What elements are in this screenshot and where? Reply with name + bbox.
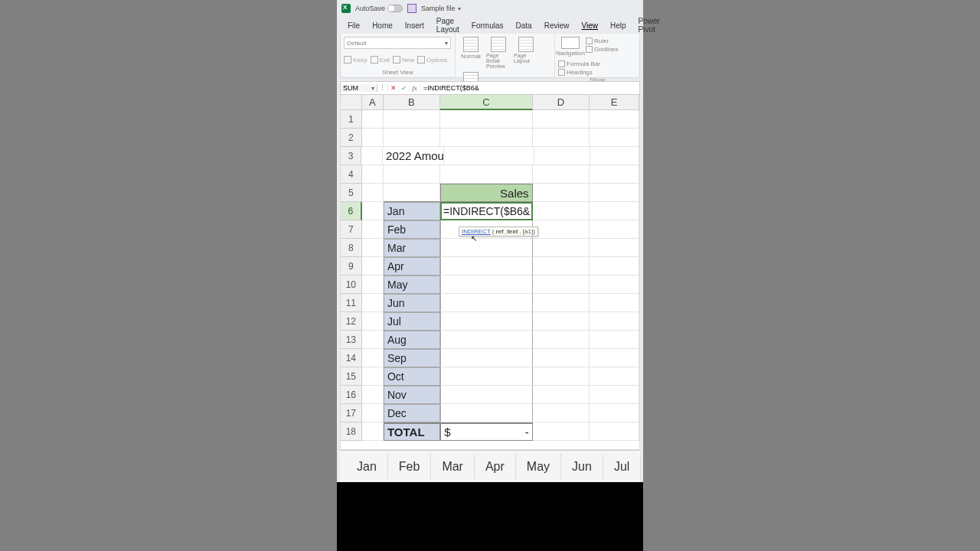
row-header[interactable]: 8 [341, 239, 362, 257]
cell-D9[interactable] [533, 257, 590, 276]
cell-D4[interactable] [533, 165, 590, 184]
fx-icon[interactable]: fx [410, 84, 420, 92]
cell-B1[interactable] [384, 110, 440, 129]
col-header-b[interactable]: B [384, 95, 440, 110]
col-header-d[interactable]: D [533, 95, 590, 110]
cell-C14[interactable] [440, 349, 532, 367]
new-button[interactable]: New [393, 51, 414, 69]
autosave-switch[interactable] [387, 5, 403, 12]
gridlines-checkbox[interactable]: Gridlines [586, 46, 619, 53]
cell-C9[interactable] [440, 257, 532, 276]
cell-A11[interactable] [362, 294, 384, 312]
row-header[interactable]: 4 [341, 165, 362, 184]
cell-A12[interactable] [362, 312, 384, 331]
cell-E8[interactable] [590, 239, 639, 257]
cell-E9[interactable] [590, 257, 639, 276]
cell-E15[interactable] [590, 367, 639, 386]
cell-E6[interactable] [590, 202, 639, 220]
sheet-tab-apr[interactable]: Apr [475, 454, 516, 480]
cell-B18[interactable]: TOTAL [384, 422, 440, 441]
cell-D15[interactable] [533, 367, 590, 386]
cell-E5[interactable] [590, 184, 639, 202]
sheet-tab-jul[interactable]: Jul [603, 454, 641, 480]
cell-C13[interactable] [440, 331, 532, 349]
name-box[interactable]: SUM ▾ [341, 84, 377, 92]
cell-B4[interactable] [384, 165, 440, 184]
sheet-tab-jun[interactable]: Jun [561, 454, 603, 480]
cell-D11[interactable] [533, 294, 590, 312]
row-header[interactable]: 17 [341, 404, 362, 422]
cell-A1[interactable] [362, 110, 384, 129]
cell-E3[interactable] [590, 147, 639, 165]
sheet-view-dropdown[interactable]: Default ▾ [344, 37, 451, 49]
cell-D5[interactable] [533, 184, 590, 202]
formula-input[interactable]: =INDIRECT($B6& [420, 84, 639, 92]
cell-E2[interactable] [590, 129, 639, 147]
options-button[interactable]: Options [417, 51, 448, 69]
cell-E13[interactable] [590, 331, 639, 349]
normal-view-button[interactable]: Normal [459, 37, 483, 69]
cell-E17[interactable] [590, 404, 639, 422]
row-header[interactable]: 7 [341, 220, 362, 239]
menu-file[interactable]: File [341, 19, 366, 32]
ruler-checkbox[interactable]: Ruler [586, 37, 619, 44]
cell-B15[interactable]: Oct [384, 367, 440, 386]
cell-A14[interactable] [362, 349, 384, 367]
filename-dropdown[interactable]: Sample file ▾ [421, 5, 461, 12]
cell-A15[interactable] [362, 367, 384, 386]
cell-B12[interactable]: Jul [384, 312, 440, 331]
cell-A10[interactable] [362, 276, 384, 294]
cell-B13[interactable]: Aug [384, 331, 440, 349]
autosave-toggle[interactable]: AutoSave [355, 5, 403, 12]
sheet-tab-jan[interactable]: Jan [346, 454, 388, 480]
cell-A18[interactable] [362, 422, 384, 441]
cell-B16[interactable]: Nov [384, 386, 440, 404]
row-header[interactable]: 12 [341, 312, 362, 331]
cell-C16[interactable] [440, 386, 532, 404]
cell-C10[interactable] [440, 276, 532, 294]
row-header[interactable]: 10 [341, 276, 362, 294]
col-header-e[interactable]: E [590, 95, 639, 110]
col-header-a[interactable]: A [362, 95, 384, 110]
cell-B9[interactable]: Apr [384, 257, 440, 276]
row-header[interactable]: 5 [341, 184, 362, 202]
menu-page-layout[interactable]: Page Layout [430, 15, 466, 36]
cell-A5[interactable] [362, 184, 384, 202]
menu-formulas[interactable]: Formulas [466, 19, 510, 32]
cell-D16[interactable] [533, 386, 590, 404]
cell-D13[interactable] [533, 331, 590, 349]
row-header[interactable]: 3 [341, 147, 361, 165]
row-header[interactable]: 18 [341, 422, 362, 441]
cell-D6[interactable] [533, 202, 590, 220]
cell-C8[interactable] [440, 239, 532, 257]
save-icon[interactable] [407, 4, 416, 13]
cell-B11[interactable]: Jun [384, 294, 440, 312]
sheet-tab-mar[interactable]: Mar [431, 454, 475, 480]
menu-home[interactable]: Home [366, 19, 399, 32]
cell-D2[interactable] [533, 129, 590, 147]
keep-button[interactable]: Keep [344, 51, 368, 69]
cell-A13[interactable] [362, 331, 384, 349]
cell-A3[interactable] [361, 147, 383, 165]
cell-D18[interactable] [533, 422, 590, 441]
cell-C1[interactable] [440, 110, 532, 129]
cell-E11[interactable] [590, 294, 639, 312]
cell-A17[interactable] [362, 404, 384, 422]
row-header[interactable]: 13 [341, 331, 362, 349]
headings-checkbox[interactable]: Headings [558, 69, 600, 76]
row-header[interactable]: 16 [341, 386, 362, 404]
cell-B5[interactable] [384, 184, 440, 202]
cell-A4[interactable] [362, 165, 384, 184]
cell-B14[interactable]: Sep [384, 349, 440, 367]
row-header[interactable]: 2 [341, 129, 362, 147]
navigation-button[interactable]: Navigation [558, 37, 583, 57]
page-break-button[interactable]: Page Break Preview [486, 37, 511, 69]
cell-B3[interactable]: 2022 Amounts [383, 147, 444, 165]
menu-data[interactable]: Data [510, 19, 538, 32]
cell-B2[interactable] [384, 129, 440, 147]
cell-B7[interactable]: Feb [384, 220, 440, 239]
cell-C12[interactable] [440, 312, 532, 331]
cell-C17[interactable] [440, 404, 532, 422]
menu-insert[interactable]: Insert [399, 19, 430, 32]
row-header[interactable]: 14 [341, 349, 362, 367]
